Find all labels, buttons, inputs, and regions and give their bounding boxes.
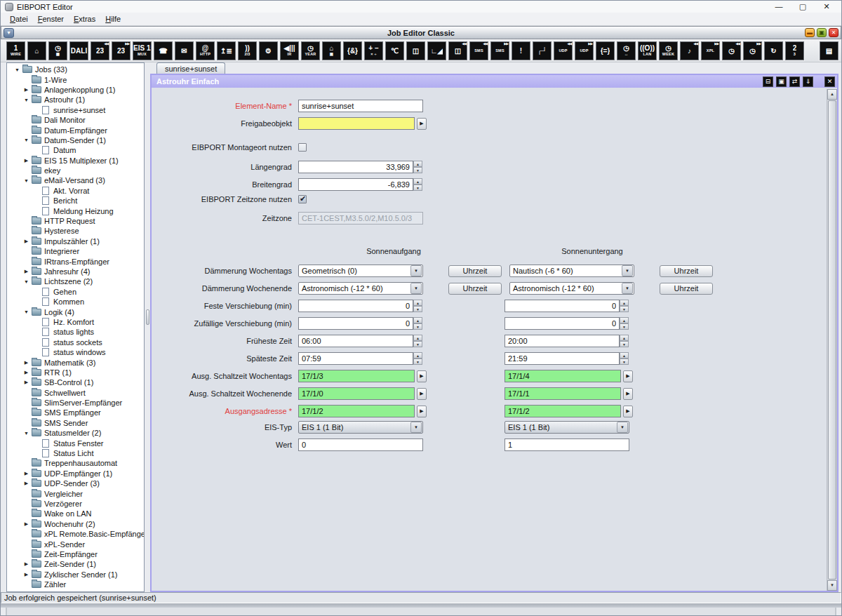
spinner[interactable] bbox=[413, 317, 422, 330]
tree-item[interactable]: ekey bbox=[7, 166, 144, 175]
tree-expand-icon[interactable]: ▶ bbox=[22, 370, 31, 375]
splitter[interactable] bbox=[145, 62, 150, 592]
tree-expand-icon[interactable]: ▶ bbox=[22, 471, 31, 476]
wert-sunset-input[interactable]: 1 bbox=[504, 438, 629, 451]
tree-item[interactable]: Integrierer bbox=[7, 246, 144, 256]
tab-sunrise-sunset[interactable]: sunrise+sunset bbox=[156, 62, 225, 74]
tree-item[interactable]: Wake on LAN bbox=[7, 509, 144, 518]
tree-item[interactable]: Treppenhausautomat bbox=[7, 458, 144, 468]
eis15-mux-icon[interactable]: EIS 15 MUX bbox=[133, 41, 152, 60]
mdi-minimize-button[interactable] bbox=[805, 28, 815, 37]
tree-item[interactable]: SMS Sender bbox=[7, 418, 144, 428]
tree-expand-icon[interactable]: ▼ bbox=[22, 178, 31, 183]
zeitzone-checkbox[interactable] bbox=[298, 195, 307, 203]
udp-sender-icon[interactable]: ▶▶ UDP bbox=[575, 41, 594, 60]
address-picker-button[interactable] bbox=[623, 388, 633, 400]
status-alert-icon[interactable]: ! bbox=[512, 41, 530, 60]
vertical-scrollbar[interactable]: ▲ ▼ bbox=[827, 89, 837, 591]
tree-item[interactable]: Schwellwert bbox=[7, 388, 144, 398]
http-icon[interactable]: @ HTTP bbox=[196, 41, 215, 60]
tree-item[interactable]: ▼ Datum-Sender (1) bbox=[7, 135, 144, 145]
tree-item[interactable]: Status Fenster bbox=[7, 438, 144, 448]
mdi-close-button[interactable] bbox=[829, 28, 838, 37]
xpl-sender-icon[interactable]: ▶▶ XPL bbox=[701, 41, 720, 60]
tree-item[interactable]: Vergleicher bbox=[7, 488, 144, 498]
tree-expand-icon[interactable]: ▼ bbox=[22, 431, 31, 436]
uhrzeit-sunset-wochenende-button[interactable]: Uhrzeit bbox=[660, 283, 713, 295]
tree-expand-icon[interactable]: ▼ bbox=[22, 138, 31, 142]
ekey-icon[interactable]: ☎ bbox=[154, 41, 173, 60]
scrollbar-thumb[interactable] bbox=[828, 100, 836, 580]
tree-expand-icon[interactable]: ▼ bbox=[22, 98, 31, 102]
tree-item[interactable]: ▶ UDP-Empfänger (1) bbox=[7, 469, 144, 478]
export-button[interactable]: ⇓ bbox=[803, 76, 813, 87]
date-receiver-icon[interactable]: ◀◀ 23 bbox=[91, 41, 109, 60]
tree-item[interactable]: 1-Wire bbox=[7, 74, 144, 84]
tree-item[interactable]: ▶ SB-Control (1) bbox=[7, 377, 144, 387]
tree-item[interactable]: ▶ RTR (1) bbox=[7, 368, 144, 377]
email-icon[interactable]: ✉ bbox=[175, 41, 194, 60]
threshold-icon[interactable]: ∟◢ bbox=[427, 41, 446, 60]
time-receiver-icon[interactable]: ◀◀ ◷ bbox=[722, 41, 741, 60]
tree-expand-icon[interactable]: ▶ bbox=[22, 87, 31, 93]
slimserver-receiver-icon[interactable]: ◀◀ ◫ bbox=[448, 41, 467, 60]
comparator-icon[interactable]: {=} bbox=[596, 41, 615, 60]
tree-item[interactable]: ▶ Jahresuhr (4) bbox=[7, 267, 144, 276]
sms-receiver-icon[interactable]: ◀◀ SMS bbox=[469, 41, 488, 60]
menu-item[interactable]: Extras bbox=[69, 13, 100, 25]
tree-expand-icon[interactable]: ▶ bbox=[22, 481, 31, 486]
tree-item[interactable]: Datum-Empfänger bbox=[7, 125, 144, 135]
tree-item[interactable]: status lights bbox=[7, 327, 144, 337]
address-picker-button[interactable] bbox=[417, 406, 427, 417]
logic-icon[interactable]: {&} bbox=[343, 41, 362, 60]
uhrzeit-sunset-wochentags-button[interactable]: Uhrzeit bbox=[660, 265, 713, 277]
frueheste-zeit-sunrise-input[interactable]: 06:00 bbox=[298, 335, 413, 347]
time-sender-icon[interactable]: ▶▶ ◷ bbox=[743, 41, 762, 60]
wert-sunrise-input[interactable]: 0 bbox=[298, 438, 423, 451]
math-icon[interactable]: + − × ÷ bbox=[364, 41, 383, 60]
tree-item[interactable]: ▶ Wochenuhr (2) bbox=[7, 519, 144, 529]
address-picker-button[interactable] bbox=[417, 388, 427, 400]
tree-expand-icon[interactable]: ▼ bbox=[22, 279, 31, 284]
tree-item[interactable]: ▼ Astrouhr (1) bbox=[7, 95, 144, 105]
address-picker-button[interactable] bbox=[417, 118, 427, 130]
hysterese-icon[interactable]: ↥≣ bbox=[217, 41, 236, 60]
ausgangsadresse-sunset-input[interactable]: 17/1/2 bbox=[504, 405, 621, 417]
dali-icon[interactable]: DALI bbox=[69, 41, 88, 60]
spinner[interactable] bbox=[413, 352, 422, 365]
tree-expand-icon[interactable]: ▶ bbox=[22, 239, 31, 244]
uhrzeit-sunrise-wochenende-button[interactable]: Uhrzeit bbox=[448, 283, 502, 295]
schaltzeit-wochenende-sunrise-input[interactable]: 17/1/0 bbox=[298, 387, 415, 400]
menu-item[interactable]: Datei bbox=[5, 13, 33, 25]
spinner[interactable] bbox=[413, 335, 422, 347]
mdi-maximize-button[interactable] bbox=[817, 28, 827, 37]
breitengrad-input[interactable]: -6,839 bbox=[298, 178, 413, 191]
tree-item[interactable]: Kommen bbox=[7, 297, 144, 307]
scroll-up-icon[interactable]: ▲ bbox=[827, 89, 837, 100]
tree-item[interactable]: ▶ Impulszähler (1) bbox=[7, 236, 144, 246]
menu-item[interactable]: Fenster bbox=[33, 13, 69, 25]
date-sender-icon[interactable]: ▶▶ 23 bbox=[112, 41, 131, 60]
tree-item[interactable]: ▶ Zeit-Sender (1) bbox=[7, 559, 144, 569]
tree-item[interactable]: ▶ Mathematik (3) bbox=[7, 357, 144, 367]
tree-item[interactable]: ▼ Logik (4) bbox=[7, 307, 144, 316]
tree-item[interactable]: Hz. Komfort bbox=[7, 317, 144, 327]
tree-item[interactable]: Datum bbox=[7, 145, 144, 155]
one-wire-icon[interactable]: 1 WIRE bbox=[6, 41, 25, 60]
spaeteste-zeit-sunrise-input[interactable]: 07:59 bbox=[298, 352, 413, 365]
daemmerung-wochentags-sunrise-select[interactable]: Geometrisch (0) bbox=[298, 265, 423, 277]
light-scene-icon[interactable]: ⌂ ▣ bbox=[322, 41, 341, 60]
tree-expand-icon[interactable]: ▶ bbox=[22, 158, 31, 163]
tree-item[interactable]: ▶ Anlagenkopplung (1) bbox=[7, 85, 144, 95]
udp-receiver-icon[interactable]: ◀◀ UDP bbox=[554, 41, 573, 60]
element-name-input[interactable]: sunrise+sunset bbox=[298, 100, 423, 112]
counter-icon[interactable]: 2 3 bbox=[785, 41, 804, 60]
daemmerung-wochentags-sunset-select[interactable]: Nautisch (-6 * 60) bbox=[509, 265, 634, 277]
tree-item[interactable]: SlimServer-Empfänger bbox=[7, 398, 144, 408]
tree-item[interactable]: Zeit-Empfänger bbox=[7, 549, 144, 559]
xpl-receiver-icon[interactable]: ◀◀ ♪ bbox=[680, 41, 699, 60]
schaltzeit-wochenende-sunset-input[interactable]: 17/1/1 bbox=[504, 387, 621, 400]
splitter-handle[interactable] bbox=[146, 309, 149, 325]
tree-item[interactable]: ▼ Jobs (33) bbox=[7, 65, 144, 74]
clipboard-icon[interactable]: ▤ bbox=[820, 41, 838, 60]
